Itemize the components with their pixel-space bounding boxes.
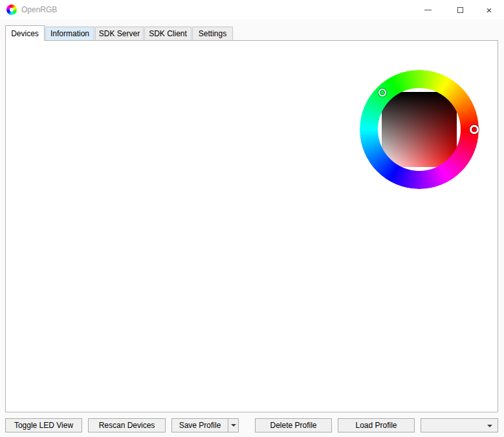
save-profile-button[interactable]: Save Profile xyxy=(171,418,228,432)
delete-profile-button[interactable]: Delete Profile xyxy=(255,418,332,432)
tab-settings-label: Settings xyxy=(199,29,226,38)
minimize-icon xyxy=(424,10,432,10)
tab-settings[interactable]: Settings xyxy=(192,27,233,40)
hue-ring[interactable] xyxy=(360,70,479,189)
saturation-value-marker[interactable] xyxy=(378,89,386,96)
openrgb-window: OpenRGB × Devices Information SDK Server… xyxy=(0,0,504,437)
load-profile-button[interactable]: Load Profile xyxy=(338,418,415,432)
minimize-button[interactable] xyxy=(413,0,443,19)
tab-sdk-server-label: SDK Server xyxy=(99,29,140,38)
chevron-down-icon xyxy=(487,425,492,427)
close-icon: × xyxy=(487,5,492,15)
chevron-down-icon xyxy=(231,424,236,427)
tab-information-label: Information xyxy=(50,29,89,38)
openrgb-logo-icon xyxy=(6,5,17,15)
title-bar: OpenRGB × xyxy=(0,0,504,19)
hue-marker[interactable] xyxy=(470,125,479,134)
tab-sdk-client-label: SDK Client xyxy=(149,29,187,38)
toggle-led-view-button[interactable]: Toggle LED View xyxy=(5,418,82,432)
profile-combo[interactable] xyxy=(421,418,498,432)
rescan-devices-button[interactable]: Rescan Devices xyxy=(88,418,166,432)
close-button[interactable]: × xyxy=(474,0,504,19)
maximize-button[interactable] xyxy=(445,0,475,19)
save-profile-dropdown-button[interactable] xyxy=(228,418,239,432)
tab-sdk-server[interactable]: SDK Server xyxy=(95,27,144,40)
tab-devices[interactable]: Devices xyxy=(5,25,45,41)
tab-devices-label: Devices xyxy=(11,29,39,38)
maximize-icon xyxy=(457,7,463,13)
window-title: OpenRGB xyxy=(21,5,57,14)
tab-information[interactable]: Information xyxy=(45,27,94,40)
tab-sdk-client[interactable]: SDK Client xyxy=(144,27,192,40)
